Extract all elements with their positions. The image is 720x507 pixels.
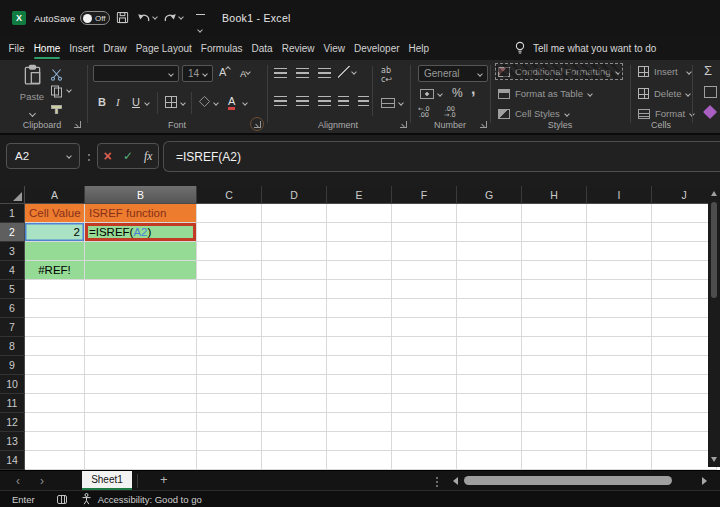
insert-function-button[interactable]: fx — [144, 150, 152, 162]
cell-A1[interactable]: Cell Value — [25, 204, 85, 223]
vertical-scroll-thumb[interactable] — [711, 202, 717, 298]
cell-A3[interactable] — [25, 242, 85, 261]
previous-sheet-button[interactable]: ‹ — [16, 473, 20, 489]
cell-C2[interactable] — [197, 223, 262, 242]
cell-styles-button[interactable]: Cell Styles — [498, 108, 569, 119]
clipboard-dialog-launcher[interactable] — [74, 121, 81, 128]
merge-center-chevron-icon[interactable] — [398, 100, 404, 106]
align-top-button[interactable] — [274, 68, 287, 78]
menu-tab-home[interactable]: Home — [29, 36, 65, 60]
conditional-formatting-button[interactable]: Conditional Formatting — [498, 66, 620, 77]
cell-E14[interactable] — [327, 451, 392, 470]
cell-F3[interactable] — [392, 242, 457, 261]
autosave-toggle[interactable]: Off — [80, 11, 110, 25]
cell-H7[interactable] — [522, 318, 587, 337]
cell-G12[interactable] — [457, 413, 522, 432]
row-header-13[interactable]: 13 — [0, 432, 25, 451]
cell-D3[interactable] — [262, 242, 327, 261]
cell-B10[interactable] — [85, 375, 197, 394]
cell-G14[interactable] — [457, 451, 522, 470]
cell-D7[interactable] — [262, 318, 327, 337]
cell-C6[interactable] — [197, 299, 262, 318]
cell-E13[interactable] — [327, 432, 392, 451]
cell-B2[interactable]: =ISREF(A2) — [85, 223, 197, 242]
increase-indent-button[interactable] — [358, 96, 369, 106]
cell-C3[interactable] — [197, 242, 262, 261]
cell-G8[interactable] — [457, 337, 522, 356]
cell-E12[interactable] — [327, 413, 392, 432]
cell-A11[interactable] — [25, 394, 85, 413]
cell-A10[interactable] — [25, 375, 85, 394]
cell-E10[interactable] — [327, 375, 392, 394]
align-center-button[interactable] — [296, 96, 309, 106]
cell-G13[interactable] — [457, 432, 522, 451]
cell-A9[interactable] — [25, 356, 85, 375]
cell-D6[interactable] — [262, 299, 327, 318]
cell-H14[interactable] — [522, 451, 587, 470]
cell-E4[interactable] — [327, 261, 392, 280]
font-color-chevron-icon[interactable] — [242, 100, 248, 106]
cell-F4[interactable] — [392, 261, 457, 280]
sheet-tab-sheet1[interactable]: Sheet1 — [82, 471, 132, 491]
formula-input[interactable]: =ISREF(A2) — [163, 141, 720, 172]
cell-D5[interactable] — [262, 280, 327, 299]
menu-tab-page-layout[interactable]: Page Layout — [131, 36, 196, 60]
percent-style-button[interactable]: % — [452, 86, 463, 100]
cell-F13[interactable] — [392, 432, 457, 451]
cell-I14[interactable] — [587, 451, 652, 470]
cell-D14[interactable] — [262, 451, 327, 470]
cell-C9[interactable] — [197, 356, 262, 375]
cell-C10[interactable] — [197, 375, 262, 394]
cell-E5[interactable] — [327, 280, 392, 299]
row-header-3[interactable]: 3 — [0, 242, 25, 261]
tab-scroll-handle[interactable] — [436, 475, 438, 489]
cell-G5[interactable] — [457, 280, 522, 299]
menu-tab-help[interactable]: Help — [404, 36, 434, 60]
cell-C14[interactable] — [197, 451, 262, 470]
fill-color-chevron-icon[interactable] — [213, 100, 219, 106]
cell-A6[interactable] — [25, 299, 85, 318]
name-box[interactable]: A2 — [6, 143, 80, 169]
scroll-down-arrow-icon[interactable] — [711, 457, 717, 462]
align-middle-button[interactable] — [296, 68, 309, 78]
paste-button[interactable]: Paste — [14, 64, 50, 120]
cell-H12[interactable] — [522, 413, 587, 432]
italic-button[interactable]: I — [116, 96, 120, 108]
hscroll-right-arrow-icon[interactable] — [702, 477, 707, 485]
row-header-8[interactable]: 8 — [0, 337, 25, 356]
menu-tab-draw[interactable]: Draw — [99, 36, 131, 60]
insert-cells-button[interactable]: Insert — [638, 66, 691, 77]
cell-F2[interactable] — [392, 223, 457, 242]
save-button[interactable] — [116, 10, 129, 28]
align-right-button[interactable] — [318, 96, 331, 106]
clear-eraser-icon[interactable] — [703, 105, 717, 119]
cell-G4[interactable] — [457, 261, 522, 280]
accounting-format-button[interactable] — [420, 89, 434, 99]
autosum-button[interactable]: Σ — [704, 63, 712, 78]
column-header-a[interactable]: A — [25, 186, 85, 204]
cell-I13[interactable] — [587, 432, 652, 451]
cell-A7[interactable] — [25, 318, 85, 337]
cell-I10[interactable] — [587, 375, 652, 394]
column-header-c[interactable]: C — [197, 186, 262, 204]
tell-me-search[interactable]: Tell me what you want to do — [514, 36, 656, 60]
menu-tab-review[interactable]: Review — [277, 36, 319, 60]
row-header-5[interactable]: 5 — [0, 280, 25, 299]
cell-I4[interactable] — [587, 261, 652, 280]
cell-B4[interactable] — [85, 261, 197, 280]
copy-button[interactable] — [50, 84, 63, 102]
cell-C1[interactable] — [197, 204, 262, 223]
number-dialog-launcher[interactable] — [480, 121, 487, 128]
menu-tab-file[interactable]: File — [4, 36, 29, 60]
cell-D9[interactable] — [262, 356, 327, 375]
row-header-11[interactable]: 11 — [0, 394, 25, 413]
accounting-chevron-icon[interactable] — [437, 91, 443, 97]
cell-H4[interactable] — [522, 261, 587, 280]
cell-A12[interactable] — [25, 413, 85, 432]
cell-C12[interactable] — [197, 413, 262, 432]
cell-E3[interactable] — [327, 242, 392, 261]
cell-C5[interactable] — [197, 280, 262, 299]
menu-tab-developer[interactable]: Developer — [349, 36, 404, 60]
underline-button[interactable]: U — [132, 96, 140, 108]
cell-F10[interactable] — [392, 375, 457, 394]
